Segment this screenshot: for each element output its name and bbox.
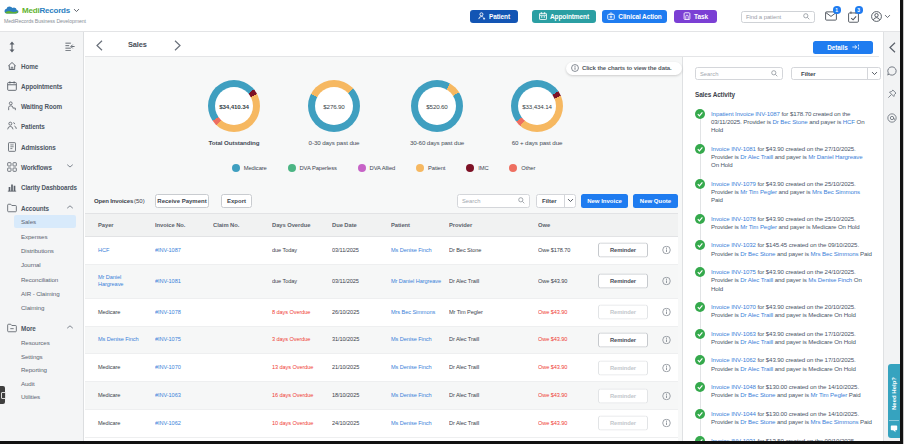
activity-provider-link[interactable]: Dr Bec Stone xyxy=(740,250,775,257)
comment-bubble-icon[interactable] xyxy=(887,66,897,76)
invoice-filter-dropdown[interactable]: Filter xyxy=(536,194,576,208)
activity-invoice-link[interactable]: Invoice INV-1062 xyxy=(711,356,756,363)
cell-patient[interactable]: Ms Denise Finch xyxy=(391,420,449,427)
cell-patient[interactable]: Mr Daniel Hargreave xyxy=(391,278,449,285)
new-quote-button[interactable]: New Quote xyxy=(633,194,678,208)
row-info-icon[interactable] xyxy=(662,419,671,428)
cell-invoice-no[interactable]: #INV-1063 xyxy=(155,392,213,399)
cell-patient[interactable]: Ms Denise Finch xyxy=(391,392,449,399)
activity-invoice-link[interactable]: Invoice INV-1063 xyxy=(711,330,756,337)
sidebar-subitem-journal[interactable]: Journal xyxy=(0,258,84,271)
activity-payer-link[interactable]: Ms Denise Finch xyxy=(808,276,852,283)
clinical-action-button[interactable]: Clinical Action xyxy=(602,10,667,23)
row-info-icon[interactable] xyxy=(662,246,671,255)
sidebar-subitem-air-claiming[interactable]: AIR - Claiming xyxy=(0,287,84,300)
reminder-button[interactable]: Reminder xyxy=(598,274,648,289)
invoice-search-input[interactable]: Search xyxy=(457,194,530,208)
activity-payer-link[interactable]: Mrs Bec Simmons xyxy=(812,188,860,195)
sidebar-subitem-settings[interactable]: Settings xyxy=(0,350,84,363)
activity-provider-link[interactable]: Dr Bec Stone xyxy=(740,418,775,425)
sidebar-item-clarity-dashboards[interactable]: Clarity Dashboards xyxy=(0,180,84,195)
table-row[interactable]: Medicare#INV-106316 days Overdue18/10/20… xyxy=(85,382,678,410)
activity-provider-link[interactable]: Dr Alec Traill xyxy=(740,276,773,283)
sidebar-item-more[interactable]: More xyxy=(0,321,84,336)
cell-patient[interactable]: Ms Denise Finch xyxy=(391,247,449,254)
cell-invoice-no[interactable]: #INV-1075 xyxy=(155,336,213,343)
need-help-tab[interactable]: Need Help? xyxy=(888,364,900,438)
activity-provider-link[interactable]: Mr Tim Pegler xyxy=(740,188,777,195)
left-edge-widget-tab[interactable] xyxy=(0,386,5,404)
donut-chart-4[interactable]: $33,434.14 xyxy=(511,80,563,132)
cell-payer[interactable]: Mr Daniel Hargreave xyxy=(85,274,155,288)
activity-invoice-link[interactable]: Invoice INV-1075 xyxy=(711,268,756,275)
cell-patient[interactable]: Ms Denise Finch xyxy=(391,336,449,343)
at-circle-icon[interactable] xyxy=(887,113,897,123)
new-invoice-button[interactable]: New Invoice xyxy=(581,194,628,208)
activity-provider-link[interactable]: Dr Bec Stone xyxy=(740,391,775,398)
row-info-icon[interactable] xyxy=(662,363,671,372)
activity-provider-link[interactable]: Dr Alec Traill xyxy=(740,311,773,318)
sidebar-subitem-claiming[interactable]: Claiming xyxy=(0,301,84,314)
sidebar-subitem-reconciliation[interactable]: Reconciliation xyxy=(0,273,84,286)
activity-invoice-link[interactable]: Invoice INV-1044 xyxy=(711,410,756,417)
patient-button[interactable]: Patient xyxy=(470,10,518,23)
activity-filter-dropdown[interactable]: Filter xyxy=(791,67,881,80)
activity-invoice-link[interactable]: Invoice INV-1078 xyxy=(711,215,756,222)
table-row[interactable]: Medicare#INV-107013 days Overdue21/10/20… xyxy=(85,354,678,382)
receive-payment-button[interactable]: Receive Payment xyxy=(155,194,209,208)
activity-provider-link[interactable]: Dr Bec Stone xyxy=(773,118,808,125)
pin-icon[interactable] xyxy=(887,89,897,99)
cell-invoice-no[interactable]: #INV-1070 xyxy=(155,364,213,371)
cell-invoice-no[interactable]: #INV-1078 xyxy=(155,309,213,316)
sidebar-item-accounts[interactable]: Accounts xyxy=(0,201,84,216)
activity-payer-link[interactable]: Mrs Bec Simmons xyxy=(811,418,859,425)
cell-payer[interactable]: HCF xyxy=(85,247,155,254)
table-row[interactable]: Ms Denise Finch#INV-10753 days Overdue31… xyxy=(85,327,678,355)
sidebar-subitem-resources[interactable]: Resources xyxy=(0,336,84,349)
sidebar-item-appointments[interactable]: Appointments xyxy=(0,79,84,94)
activity-invoice-link[interactable]: Invoice INV-1081 xyxy=(711,145,756,152)
row-info-icon[interactable] xyxy=(662,335,671,344)
account-chevron-down-icon[interactable] xyxy=(884,14,891,19)
reminder-button[interactable]: Reminder xyxy=(598,305,648,320)
details-button[interactable]: Details xyxy=(813,41,873,54)
find-a-patient-input[interactable]: Find a patient xyxy=(741,11,815,23)
sidebar-subitem-expenses[interactable]: Expenses xyxy=(0,230,84,243)
sidebar-item-waiting-room[interactable]: Waiting Room xyxy=(0,99,84,114)
activity-invoice-link[interactable]: Invoice INV-1048 xyxy=(711,383,756,390)
activity-invoice-link[interactable]: Inpatient Invoice INV-1087 xyxy=(711,110,780,117)
sidebar-subitem-audit[interactable]: Audit xyxy=(0,377,84,390)
sidebar-item-home[interactable]: Home xyxy=(0,59,84,74)
table-row[interactable]: HCF#INV-1087due Today03/11/2025Ms Denise… xyxy=(85,237,678,265)
reminder-button[interactable]: Reminder xyxy=(598,243,648,258)
cell-invoice-no[interactable]: #INV-1081 xyxy=(155,278,213,285)
activity-payer-link[interactable]: Mr Daniel Hargreave xyxy=(808,153,862,160)
cell-patient[interactable]: Mrs Bec Simmons xyxy=(391,309,449,316)
sidebar-subitem-sales[interactable]: Sales xyxy=(0,215,84,228)
row-info-icon[interactable] xyxy=(662,391,671,400)
sidebar-item-admissions[interactable]: Admissions xyxy=(0,140,84,155)
activity-provider-link[interactable]: Dr Alec Traill xyxy=(740,153,773,160)
app-logo[interactable]: MediRecords MediRecords Business Develop… xyxy=(4,5,86,24)
activity-payer-link[interactable]: Mr Tim Pegler xyxy=(811,391,848,398)
sidebar-subitem-utilities[interactable]: Utilities xyxy=(0,390,84,403)
collapse-panel-chevron-icon[interactable] xyxy=(889,42,896,53)
logo-chevron-down-icon[interactable] xyxy=(73,8,80,13)
appointment-button[interactable]: Appointment xyxy=(532,10,596,23)
cell-patient[interactable]: Ms Denise Finch xyxy=(391,364,449,371)
donut-chart-1[interactable]: $34,410.34 xyxy=(208,80,260,132)
table-row[interactable]: Medicare#INV-106210 days Overdue24/10/20… xyxy=(85,410,678,438)
task-button[interactable]: Task xyxy=(674,10,717,23)
back-chevron-icon[interactable] xyxy=(96,40,103,51)
forward-chevron-icon[interactable] xyxy=(174,40,181,51)
account-menu[interactable] xyxy=(871,11,882,23)
row-info-icon[interactable] xyxy=(662,308,671,317)
activity-invoice-link[interactable]: Invoice INV-1079 xyxy=(711,180,756,187)
cell-payer[interactable]: Ms Denise Finch xyxy=(85,336,155,343)
activity-provider-link[interactable]: Mr Tim Pegler xyxy=(740,223,777,230)
reminder-button[interactable]: Reminder xyxy=(598,388,648,403)
reminder-button[interactable]: Reminder xyxy=(598,360,648,375)
cell-invoice-no[interactable]: #INV-1062 xyxy=(155,420,213,427)
table-row[interactable]: Medicare#INV-10788 days Overdue26/10/202… xyxy=(85,299,678,327)
activity-provider-link[interactable]: Dr Alec Traill xyxy=(740,338,773,345)
